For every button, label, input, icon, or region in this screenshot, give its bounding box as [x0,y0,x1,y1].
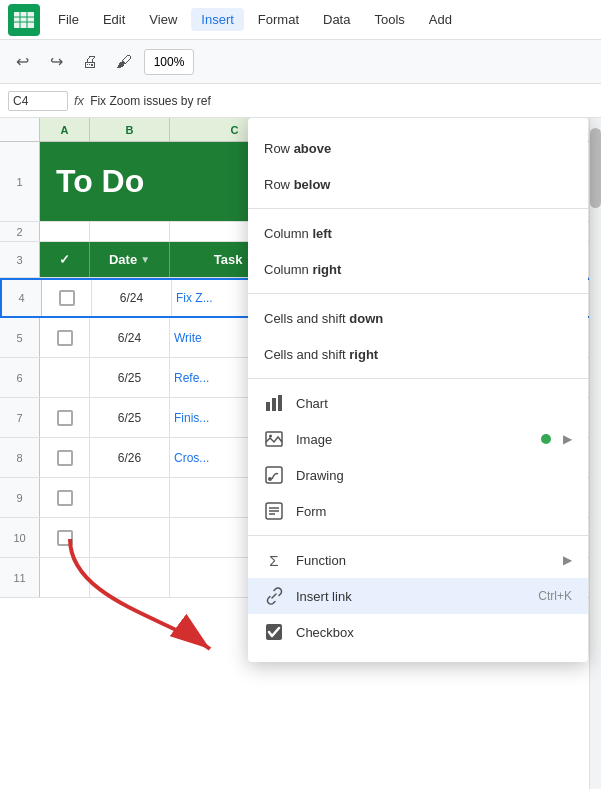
svg-rect-8 [272,398,276,411]
undo-button[interactable]: ↩ [8,48,36,76]
menu-bar: File Edit View Insert Format Data Tools … [0,0,601,40]
spreadsheet-area: A B C 1 To Do 2 3 ✓ Date ▼ [0,118,601,789]
menu-item-cells-shift-right[interactable]: Cells and shift right [248,336,588,372]
row-number-header-corner [0,118,40,141]
svg-rect-9 [278,395,282,411]
menu-item-checkbox[interactable]: Checkbox [248,614,588,650]
scrollbar[interactable] [589,118,601,789]
cell-checkbox-8[interactable] [40,438,90,477]
col-header-a[interactable]: A [40,118,90,141]
chart-label: Chart [296,396,572,411]
toolbar: ↩ ↪ 🖨 🖌 [0,40,601,84]
scrollbar-thumb[interactable] [590,128,601,208]
row-number: 9 [0,478,40,517]
form-icon [264,501,284,521]
menu-item-form[interactable]: Form [248,493,588,529]
menu-item-cells-shift-down[interactable]: Cells and shift down [248,300,588,336]
insert-dropdown-menu: Row above Row below Column left Column r… [248,118,588,662]
cell-checkbox-11[interactable] [40,558,90,597]
row-number: 6 [0,358,40,397]
col-header-b[interactable]: B [90,118,170,141]
menu-section-cells: Cells and shift down Cells and shift rig… [248,294,588,379]
checkbox-icon [264,622,284,642]
row-number: 2 [0,222,40,241]
checkbox-label: Checkbox [296,625,572,640]
cell-date-10[interactable] [90,518,170,557]
cell-date-7[interactable]: 6/25 [90,398,170,437]
row-number: 5 [0,318,40,357]
drawing-icon [264,465,284,485]
menu-section-rows: Row above Row below [248,124,588,209]
insert-link-shortcut: Ctrl+K [538,589,572,603]
function-label: Function [296,553,551,568]
menu-item-image[interactable]: Image ▶ [248,421,588,457]
drawing-label: Drawing [296,468,572,483]
col-label-check: ✓ [59,252,70,267]
row-number: 8 [0,438,40,477]
cell-date-6[interactable]: 6/25 [90,358,170,397]
paint-format-button[interactable]: 🖌 [110,48,138,76]
menu-insert[interactable]: Insert [191,8,244,31]
row-number: 11 [0,558,40,597]
menu-format[interactable]: Format [248,8,309,31]
cell[interactable] [90,222,170,241]
col-label-date: Date [109,252,137,267]
image-submenu-arrow: ▶ [563,432,572,446]
menu-section-other: Σ Function ▶ Insert link Ctrl+K [248,536,588,656]
cell-checkbox-4[interactable] [42,280,92,316]
sigma-icon: Σ [264,550,284,570]
svg-point-11 [269,435,272,438]
redo-button[interactable]: ↪ [42,48,70,76]
menu-section-media: Chart Image ▶ [248,379,588,536]
menu-tools[interactable]: Tools [364,8,414,31]
col-label-task: Task [214,252,243,267]
menu-item-column-left[interactable]: Column left [248,215,588,251]
cell-date-8[interactable]: 6/26 [90,438,170,477]
zoom-input[interactable] [144,49,194,75]
function-submenu-arrow: ▶ [563,553,572,567]
menu-file[interactable]: File [48,8,89,31]
print-button[interactable]: 🖨 [76,48,104,76]
cell-checkbox-5[interactable] [40,318,90,357]
menu-section-columns: Column left Column right [248,209,588,294]
row-number: 7 [0,398,40,437]
cell-date-5[interactable]: 6/24 [90,318,170,357]
svg-rect-7 [266,402,270,411]
cell-checkbox-7[interactable] [40,398,90,437]
row-number: 10 [0,518,40,557]
row-number: 3 [0,242,40,277]
menu-item-row-above[interactable]: Row above [248,130,588,166]
menu-add[interactable]: Add [419,8,462,31]
to-do-header: To Do [40,163,144,200]
cell-date-4[interactable]: 6/24 [92,280,172,316]
menu-item-insert-link[interactable]: Insert link Ctrl+K [248,578,588,614]
menu-item-function[interactable]: Σ Function ▶ [248,542,588,578]
menu-item-row-below[interactable]: Row below [248,166,588,202]
cell-checkbox-9[interactable] [40,478,90,517]
menu-item-drawing[interactable]: Drawing [248,457,588,493]
svg-point-13 [268,477,272,481]
cell-reference[interactable]: C4 [8,91,68,111]
menu-data[interactable]: Data [313,8,360,31]
image-status-dot [541,434,551,444]
formula-content[interactable]: Fix Zoom issues by ref [90,94,593,108]
cell[interactable] [40,222,90,241]
cell-date-11[interactable] [90,558,170,597]
menu-view[interactable]: View [139,8,187,31]
form-label: Form [296,504,572,519]
formula-bar: C4 fx Fix Zoom issues by ref [0,84,601,118]
image-label: Image [296,432,529,447]
cell-checkbox-10[interactable] [40,518,90,557]
menu-item-chart[interactable]: Chart [248,385,588,421]
link-icon [264,586,284,606]
cell-date-9[interactable] [90,478,170,517]
row-number: 4 [2,280,42,316]
menu-edit[interactable]: Edit [93,8,135,31]
menu-item-column-right[interactable]: Column right [248,251,588,287]
app-logo[interactable] [8,4,40,36]
fx-label: fx [74,93,84,108]
cell-checkbox-6[interactable] [40,358,90,397]
image-icon [264,429,284,449]
svg-rect-1 [14,12,34,28]
insert-link-label: Insert link [296,589,526,604]
